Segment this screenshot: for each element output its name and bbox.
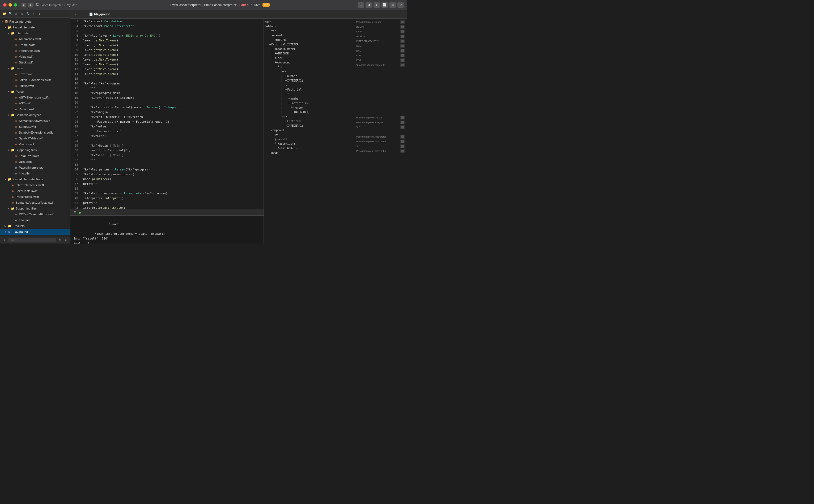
tree-disclosure[interactable] — [6, 200, 11, 205]
sort-icon[interactable]: ≡ — [63, 238, 68, 243]
forward-icon[interactable]: ▶ — [373, 2, 380, 8]
sidebar-item-lexer-tests[interactable]: ◈ LexerTests.swift — [0, 188, 70, 194]
code-editor[interactable]: 3456789101112131415161718192021222324252… — [70, 19, 263, 209]
add-file-button[interactable]: + — [2, 238, 7, 243]
result-value-btn[interactable] — [400, 116, 405, 119]
result-value-btn[interactable] — [400, 144, 405, 148]
sidebar-item-supporting-folder1[interactable]: ▾ 📁 Supporting files — [0, 147, 70, 153]
stop-button[interactable]: ■ — [28, 3, 33, 7]
result-value-btn[interactable] — [400, 125, 405, 129]
result-value-btn[interactable] — [400, 149, 405, 153]
debug-icon[interactable]: 🔧 — [25, 11, 30, 16]
warning-badge[interactable]: ⚠ 4 — [262, 3, 270, 7]
sidebar-item-semantic-folder[interactable]: ▾ 📁 Semantic analyzer — [0, 112, 70, 118]
tree-disclosure[interactable]: ▾ — [3, 230, 7, 234]
tree-disclosure[interactable] — [6, 183, 11, 187]
tree-disclosure[interactable] — [10, 171, 14, 176]
tree-disclosure[interactable] — [10, 218, 14, 222]
sidebar-item-interpreter-folder[interactable]: ▾ 📁 Interpreter — [0, 30, 70, 36]
tree-disclosure[interactable]: ▾ — [6, 148, 11, 152]
tree-disclosure[interactable] — [10, 136, 14, 140]
tree-disclosure[interactable] — [10, 154, 14, 158]
warning-icon[interactable]: ⚠ — [14, 11, 19, 16]
result-value-btn[interactable] — [400, 121, 405, 124]
sidebar-item-pascal-h[interactable]: ◈ PascalInterpreter.h — [0, 165, 70, 170]
tree-disclosure[interactable]: ▾ — [6, 113, 11, 117]
filter-options-icon[interactable]: ⊙ — [57, 238, 62, 243]
sidebar-item-interpreter-tests[interactable]: ◈ InterpreterTests.swift — [0, 182, 70, 188]
result-value-btn[interactable] — [400, 20, 405, 24]
tree-disclosure[interactable] — [10, 49, 14, 53]
tree-disclosure[interactable] — [10, 37, 14, 41]
tree-disclosure[interactable]: ▶ — [3, 224, 7, 228]
tree-disclosure[interactable] — [10, 72, 14, 76]
sidebar-item-pascalinterpreter-folder[interactable]: ▾ 📁 PascalInterpreter — [0, 24, 70, 30]
sidebar-item-parser-tests[interactable]: ◈ ParserTests.swift — [0, 194, 70, 200]
tree-disclosure[interactable] — [10, 78, 14, 82]
tree-disclosure[interactable]: ▾ — [6, 31, 11, 35]
sidebar-item-semantic-tests[interactable]: ◈ SemanticAnalyzerTests.swift — [0, 200, 70, 206]
sidebar-item-stack[interactable]: ◈ Stack.swift — [0, 59, 70, 65]
result-value-btn[interactable] — [400, 44, 405, 48]
sidebar-item-pascalinterpreter-root[interactable]: ▾ 📦 PascalInterpreter — [0, 19, 70, 24]
sidebar-item-visitor[interactable]: ◈ Visitor.swift — [0, 141, 70, 147]
tree-disclosure[interactable] — [10, 130, 14, 135]
sidebar-item-value[interactable]: ◈ Value.swift — [0, 54, 70, 59]
tree-disclosure[interactable]: ▾ — [6, 89, 11, 94]
close-button[interactable] — [3, 3, 7, 7]
split-horizontal-icon[interactable]: ▭ — [389, 2, 396, 8]
result-value-btn[interactable] — [400, 49, 405, 53]
tree-disclosure[interactable]: ▾ — [0, 19, 4, 24]
sidebar-item-frame[interactable]: ◈ Frame.swift — [0, 42, 70, 48]
tree-disclosure[interactable]: ▾ — [3, 177, 7, 181]
sidebar-item-token[interactable]: ◈ Token.swift — [0, 83, 70, 89]
tree-disclosure[interactable] — [10, 60, 14, 65]
sidebar-item-lexer-folder[interactable]: ▾ 📁 Lexer — [0, 65, 70, 71]
tree-disclosure[interactable] — [10, 142, 14, 146]
sidebar-item-parser[interactable]: ◈ Parser.swift — [0, 106, 70, 112]
result-value-btn[interactable] — [400, 140, 405, 143]
sidebar-item-token-ext[interactable]: ◈ Token+Extensions.swift — [0, 77, 70, 83]
sidebar-item-parser-folder[interactable]: ▾ 📁 Parser — [0, 89, 70, 95]
sidebar-item-fatal-error[interactable]: ◈ FatalError.swift — [0, 153, 70, 159]
result-value-btn[interactable] — [400, 30, 405, 33]
tree-disclosure[interactable] — [10, 101, 14, 105]
sidebar-item-symbol[interactable]: ◈ Symbol.swift — [0, 124, 70, 130]
filter-input[interactable] — [8, 238, 56, 242]
nav-back-icon[interactable]: ‹ — [73, 11, 79, 17]
minimize-button[interactable] — [8, 3, 12, 7]
console-run-button[interactable]: ▶ — [79, 210, 82, 215]
result-value-btn[interactable] — [400, 135, 405, 139]
result-value-btn[interactable] — [400, 25, 405, 29]
tree-disclosure[interactable] — [10, 119, 14, 123]
sidebar-item-ast-ext[interactable]: ◈ AST+Extensions.swift — [0, 95, 70, 100]
console-toggle-icon[interactable]: ⊟ — [72, 210, 77, 215]
search-icon[interactable]: 🔍 — [8, 11, 13, 16]
sidebar-item-symbol-ext[interactable]: ◈ Symbol+Extensions.swift — [0, 130, 70, 135]
result-value-btn[interactable] — [400, 54, 405, 57]
split-vertical-icon[interactable]: ⬜ — [381, 2, 388, 8]
tree-disclosure[interactable]: ▾ — [6, 66, 11, 70]
sidebar-item-arithmetics[interactable]: ◈ Arithmetics.swift — [0, 36, 70, 42]
sidebar-item-tests-folder[interactable]: ▾ 📁 PascalInterpreterTests — [0, 176, 70, 182]
sidebar-item-ast[interactable]: ◈ AST.swift — [0, 100, 70, 106]
sidebar-item-playground[interactable]: ▾ ▶ Playground — [0, 229, 70, 235]
tree-disclosure[interactable] — [10, 84, 14, 88]
tree-disclosure[interactable] — [6, 189, 11, 193]
tree-disclosure[interactable] — [10, 125, 14, 129]
report-icon[interactable]: ≡ — [37, 11, 42, 16]
back-icon[interactable]: ◀ — [365, 2, 372, 8]
fullscreen-icon[interactable]: ⤢ — [397, 2, 404, 8]
folder-icon[interactable]: 📁 — [2, 11, 7, 16]
test-icon[interactable]: ◇ — [20, 11, 24, 16]
tree-disclosure[interactable]: ▾ — [6, 206, 11, 211]
code-content[interactable]: "kw">import Foundation"kw">import Pascal… — [80, 19, 263, 209]
tree-disclosure[interactable] — [10, 95, 14, 100]
tree-disclosure[interactable] — [10, 107, 14, 111]
result-value-btn[interactable] — [400, 58, 405, 62]
sidebar-item-lexer-swift[interactable]: ◈ Lexer.swift — [0, 71, 70, 77]
source-control-icon[interactable]: ↑ — [31, 11, 36, 16]
sidebar-item-info-plist2[interactable]: ◈ Info.plist — [0, 217, 70, 223]
editor-layout-icon[interactable]: ⊟ — [357, 2, 364, 8]
tree-disclosure[interactable] — [10, 165, 14, 170]
